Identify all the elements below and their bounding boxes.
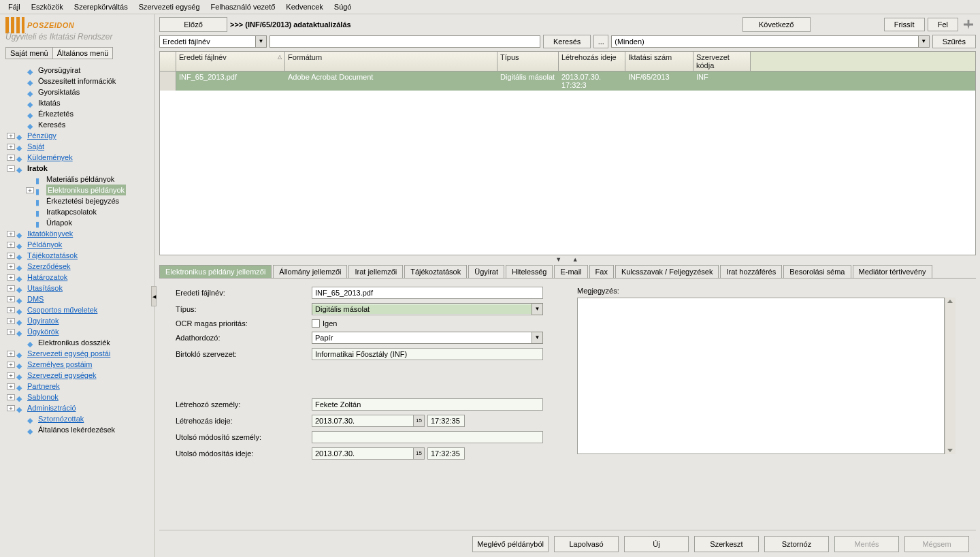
vertical-splitter[interactable]: ▼ ▲ <box>155 255 980 265</box>
tree-item[interactable]: +◆Tájékoztatások <box>3 250 152 261</box>
tree-item[interactable]: +◆Szerződések <box>3 261 152 272</box>
tree-item[interactable]: ◆Összesített információk <box>3 76 152 86</box>
expand-icon[interactable]: − <box>7 165 15 172</box>
field-type-combo[interactable]: ▼ <box>312 303 543 315</box>
expand-icon[interactable]: + <box>7 372 15 379</box>
expand-icon[interactable]: + <box>7 253 15 259</box>
col-filename[interactable]: Eredeti fájlnév△ <box>176 52 285 71</box>
tree-item[interactable]: +◆Ügyiratok <box>3 315 152 326</box>
field-media[interactable] <box>312 333 532 343</box>
next-button[interactable]: Következő <box>742 17 811 32</box>
expand-icon[interactable]: + <box>7 133 15 139</box>
detail-tab[interactable]: Hitelesség <box>506 265 553 278</box>
tree-item[interactable]: +◆Utasítások <box>3 283 152 293</box>
tree-item[interactable]: ▮Iratkapcsolatok <box>3 206 152 217</box>
menu-org[interactable]: Szervezeti egység <box>133 1 206 12</box>
save-button[interactable]: Mentés <box>834 536 899 552</box>
expand-icon[interactable]: + <box>7 274 15 281</box>
refresh-button[interactable]: Frissít <box>884 18 925 31</box>
tree-item[interactable]: ▮Érkeztetési bejegyzés <box>3 195 152 206</box>
expand-icon[interactable]: + <box>7 351 15 357</box>
expand-icon[interactable]: + <box>7 231 15 237</box>
prev-button[interactable]: Előző <box>159 17 227 32</box>
expand-icon[interactable]: + <box>7 362 15 368</box>
chevron-down-icon[interactable]: ▼ <box>255 36 266 47</box>
tree-item[interactable]: +◆Partnerek <box>3 381 152 392</box>
search-query-input[interactable] <box>270 35 540 48</box>
expand-icon[interactable]: + <box>7 144 15 150</box>
grid-row[interactable]: INF_65_2013.pdf Adobe Acrobat Document D… <box>160 71 975 91</box>
tree-item[interactable]: ▮Űrlapok <box>3 217 152 228</box>
detail-tab[interactable]: Ügyirat <box>468 265 504 278</box>
tree-item[interactable]: +◆Csoportos műveletek <box>3 304 152 315</box>
expand-icon[interactable]: + <box>7 155 15 161</box>
sidebar-collapse-handle[interactable]: ◀ <box>151 286 157 306</box>
col-type[interactable]: Típus <box>497 52 559 71</box>
menu-userlead[interactable]: Felhasználó vezető <box>206 1 281 12</box>
tree-item[interactable]: ▮Materiális példányok <box>3 174 152 185</box>
grid-body[interactable]: INF_65_2013.pdf Adobe Acrobat Document D… <box>160 71 975 255</box>
tree-item[interactable]: +◆Határozatok <box>3 272 152 283</box>
detail-tab[interactable]: E-mail <box>554 265 587 278</box>
menu-file[interactable]: Fájl <box>3 1 26 12</box>
filter-combo[interactable]: ▼ <box>611 35 929 48</box>
calendar-icon[interactable]: 15 <box>414 447 425 460</box>
expand-icon[interactable]: + <box>26 187 34 193</box>
expand-icon[interactable]: + <box>7 307 15 313</box>
detail-tab[interactable]: Mediátor tértivevény <box>853 265 932 278</box>
tree-item[interactable]: ◆Gyorsiktatás <box>3 86 152 97</box>
col-format[interactable]: Formátum <box>285 52 497 71</box>
expand-icon[interactable]: + <box>7 405 15 411</box>
from-existing-button[interactable]: Meglévő példányból <box>472 536 549 552</box>
expand-icon[interactable]: + <box>7 318 15 324</box>
tree-item[interactable]: +◆Pénzügy <box>3 130 152 141</box>
tree-item[interactable]: +◆DMS <box>3 293 152 304</box>
field-filename[interactable] <box>312 287 543 299</box>
tree-item[interactable]: +◆Ügykörök <box>3 326 152 337</box>
col-created[interactable]: Létrehozás ideje <box>559 52 625 71</box>
filter-button[interactable]: Szűrés <box>932 35 976 48</box>
scanner-button[interactable]: Lapolvasó <box>554 536 619 552</box>
detail-tab[interactable]: Besorolási séma <box>783 265 851 278</box>
edit-button[interactable]: Szerkeszt <box>694 536 759 552</box>
tree-item[interactable]: +◆Saját <box>3 141 152 152</box>
search-field-combo[interactable]: ▼ <box>159 35 267 48</box>
tree-item[interactable]: −◆Iratok <box>3 163 152 174</box>
tree-item[interactable]: ◆Gyorsügyirat <box>3 65 152 76</box>
tree-item[interactable]: +◆Példányok <box>3 239 152 250</box>
col-orgcode[interactable]: Szervezet kódja <box>693 52 751 71</box>
expand-icon[interactable]: + <box>7 383 15 389</box>
tree-item[interactable]: ◆Elektronikus dossziék <box>3 337 152 348</box>
tree-item[interactable]: +◆Szervezeti egységek <box>3 370 152 381</box>
up-button[interactable]: Fel <box>928 18 958 31</box>
new-button[interactable]: Új <box>624 536 689 552</box>
tab-general-menu[interactable]: Általános menü <box>52 47 114 59</box>
col-regno[interactable]: Iktatási szám <box>625 52 693 71</box>
search-more-button[interactable]: ... <box>593 35 608 48</box>
detail-tab[interactable]: Tájékoztatások <box>404 265 467 278</box>
expand-icon[interactable]: + <box>7 296 15 302</box>
detail-tab[interactable]: Kulcsszavak / Feljegyzések <box>615 265 719 278</box>
tree-item[interactable]: ◆Keresés <box>3 119 152 130</box>
detail-tab[interactable]: Elektronikus példány jellemzői <box>159 265 272 278</box>
menu-role[interactable]: Szerepkörváltás <box>69 1 133 12</box>
tree-item[interactable]: +◆Szervezeti egység postái <box>3 348 152 359</box>
menu-help[interactable]: Súgó <box>329 1 357 12</box>
tree-item[interactable]: ◆Általános lekérdezések <box>3 424 152 435</box>
tree-item[interactable]: +▮Elektronikus példányok <box>3 185 152 195</box>
expand-icon[interactable]: + <box>7 394 15 400</box>
chevron-down-icon[interactable]: ▼ <box>918 36 929 47</box>
search-button[interactable]: Keresés <box>543 35 591 48</box>
tree-item[interactable]: ◆Érkeztetés <box>3 108 152 119</box>
checkbox-ocr[interactable] <box>312 319 320 328</box>
expand-icon[interactable]: + <box>7 242 15 248</box>
detail-tab[interactable]: Irat hozzáférés <box>720 265 782 278</box>
chevron-down-icon[interactable]: ▼ <box>532 304 542 315</box>
field-note[interactable] <box>577 298 945 454</box>
calendar-icon[interactable]: 15 <box>414 415 425 427</box>
cancel-button[interactable]: Mégsem <box>904 536 969 552</box>
tree-item[interactable]: +◆Adminisztráció <box>3 402 152 413</box>
detail-tab[interactable]: Irat jellemzői <box>348 265 403 278</box>
filter-input[interactable] <box>612 36 917 47</box>
expand-icon[interactable]: + <box>7 329 15 335</box>
